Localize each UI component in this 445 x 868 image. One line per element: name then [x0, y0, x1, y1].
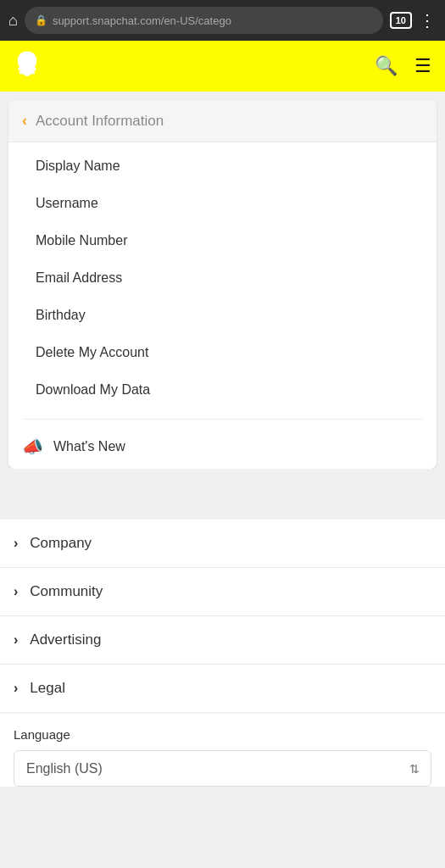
search-icon[interactable]: 🔍 [375, 55, 398, 77]
menu-item-delete[interactable]: Delete My Account [8, 334, 437, 371]
language-select-wrap: English (US) Español Français Deutsch 日本… [14, 750, 431, 787]
back-chevron-icon: ‹ [22, 112, 27, 130]
back-nav-title: Account Information [36, 113, 164, 130]
chevron-right-icon: › [14, 536, 18, 551]
chevron-right-icon: › [14, 632, 18, 648]
menu-item-username[interactable]: Username [8, 185, 437, 222]
content-card: ‹ Account Information Display Name Usern… [8, 100, 437, 469]
header-right-icons: 🔍 ☰ [375, 55, 431, 77]
whats-new-label: What's New [53, 439, 125, 454]
browser-menu-dots[interactable]: ⋮ [419, 10, 437, 31]
nav-label-community: Community [30, 583, 103, 600]
nav-item-legal[interactable]: › Legal [0, 665, 445, 712]
menu-item-display-name[interactable]: Display Name [8, 147, 437, 185]
tab-count-badge[interactable]: 10 [390, 12, 412, 29]
snapchat-logo[interactable] [14, 50, 41, 83]
menu-item-download[interactable]: Download My Data [8, 371, 437, 409]
chevron-right-icon: › [14, 584, 18, 599]
megaphone-icon: 📣 [22, 437, 43, 457]
nav-label-advertising: Advertising [30, 632, 101, 648]
lock-icon: 🔒 [35, 14, 47, 26]
home-icon[interactable]: ⌂ [8, 12, 18, 30]
nav-label-company: Company [30, 535, 92, 552]
chevron-right-icon: › [14, 681, 18, 696]
nav-item-advertising[interactable]: › Advertising [0, 616, 445, 665]
browser-bar: ⌂ 🔒 support.snapchat.com/en-US/catego 10… [0, 0, 445, 41]
account-menu-list: Display Name Username Mobile Number Emai… [8, 142, 437, 414]
divider [22, 419, 423, 420]
hamburger-menu-icon[interactable]: ☰ [414, 55, 431, 77]
nav-label-legal: Legal [30, 680, 65, 697]
nav-item-community[interactable]: › Community [0, 568, 445, 616]
menu-item-email[interactable]: Email Address [8, 259, 437, 297]
whats-new-item[interactable]: 📣 What's New [8, 425, 437, 469]
menu-item-birthday[interactable]: Birthday [8, 297, 437, 334]
nav-item-company[interactable]: › Company [0, 520, 445, 568]
snapchat-header: 🔍 ☰ [0, 41, 445, 92]
menu-item-mobile[interactable]: Mobile Number [8, 222, 437, 259]
gray-gap [0, 469, 445, 520]
url-text: support.snapchat.com/en-US/catego [53, 14, 231, 27]
back-nav[interactable]: ‹ Account Information [8, 100, 437, 142]
language-section: Language English (US) Español Français D… [0, 714, 445, 787]
language-select[interactable]: English (US) Español Français Deutsch 日本… [14, 750, 431, 787]
language-label: Language [14, 727, 431, 742]
bottom-nav-list: › Company › Community › Advertising › Le… [0, 520, 445, 712]
url-bar[interactable]: 🔒 support.snapchat.com/en-US/catego [25, 7, 383, 34]
